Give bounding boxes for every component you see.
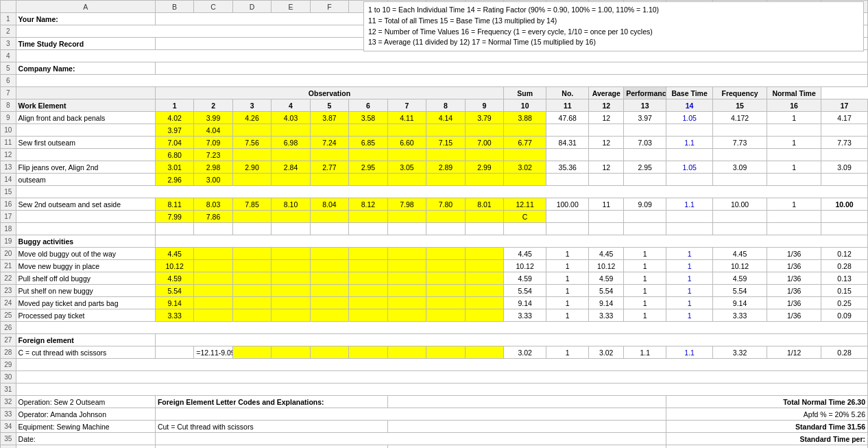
operator-label: Operator: Amanda Johnson — [16, 408, 155, 421]
no-header: No. — [546, 87, 589, 99]
col-e: E — [272, 1, 310, 13]
info-text-4: 13 = Average (11 divided by 12) 17 = Nor… — [368, 38, 596, 46]
info-text-2: 11 = Total of all Times 15 = Base Time (… — [368, 16, 557, 25]
equipment-label: Equipment: Sewing Machine — [16, 421, 155, 433]
row-27: 27 Foreign element — [1, 334, 868, 346]
row-20: 20 Move old buggy out of the way 4.45 4.… — [1, 248, 868, 260]
time-study-label: Time Study Record — [16, 38, 155, 50]
info-box: 1 to 10 = Each Individual Time 14 = Rati… — [363, 1, 864, 51]
row-23: 23 Put shelf on new buggy 5.54 5.54 1 5.… — [1, 285, 868, 297]
row-12: 12 6.80 7.23 — [1, 149, 868, 161]
work-element-16: Sew 2nd outseam and set aside — [16, 198, 155, 211]
row-13: 13 Flip jeans over, Align 2nd 3.01 2.98 … — [1, 161, 868, 174]
row-30: 30 — [1, 371, 868, 384]
row-21: 21 Move new buggy in place 10.12 10.12 1… — [1, 260, 868, 272]
row-29: 29 — [1, 359, 868, 371]
work-element-9: Align front and back penals — [16, 112, 155, 124]
base-time-header: Base Time — [666, 87, 713, 99]
average-header: Average — [589, 87, 624, 99]
elapsed-label: Elapsed Time: 259.86 seconds — [16, 445, 155, 449]
work-element-11: Sew first outseam — [16, 137, 155, 149]
buggy-activities-label: Buggy activities — [16, 235, 155, 248]
row-4: 4 — [1, 50, 868, 62]
work-element-28: C = cut thread with scissors — [16, 346, 155, 359]
col-f: F — [310, 1, 348, 13]
work-element-23: Put shelf on new buggy — [16, 285, 155, 297]
row-5: 5 Company Name: — [1, 62, 868, 75]
row-24: 24 Moved pay ticket and parts bag 9.14 9… — [1, 297, 868, 309]
work-element-22: Pull shelf off old buggy — [16, 272, 155, 285]
row-7: 7 Observation Sum No. Average Performanc… — [1, 87, 868, 99]
company-name-label: Company Name: — [16, 62, 155, 75]
row-6: 6 — [1, 75, 868, 87]
row-9: 9 Align front and back penals 4.02 3.99 … — [1, 112, 868, 124]
row-28: 28 C = cut thread with scissors =12.11-9… — [1, 346, 868, 359]
col-a: A — [16, 1, 155, 13]
spreadsheet-container: 1 to 10 = Each Individual Time 14 = Rati… — [0, 0, 868, 448]
info-text-3: 12 = Number of Time Values 16 = Frequenc… — [368, 27, 653, 36]
perf-rating-header: Performance Rating — [624, 87, 666, 99]
frequency-header: Frequency — [713, 87, 767, 99]
row-18: 18 — [1, 223, 868, 235]
row-19: 19 Buggy activities — [1, 235, 868, 248]
row-15: 15 — [1, 186, 868, 198]
row-31: 31 — [1, 384, 868, 396]
row-25: 25 Processed pay ticket 3.33 3.33 1 3.33… — [1, 309, 868, 322]
row-35: 35 Date: Standard Time per: — [1, 433, 868, 445]
date-label: Date: — [16, 433, 155, 445]
observation-header: Observation — [155, 87, 503, 99]
work-element-21: Move new buggy in place — [16, 260, 155, 272]
row-14: 14 outseam 2.96 3.00 — [1, 174, 868, 186]
foreign-element-label: Foreign element — [16, 334, 155, 346]
row-22: 22 Pull shelf off old buggy 4.59 4.59 1 … — [1, 272, 868, 285]
work-element-20: Move old buggy out of the way — [16, 248, 155, 260]
main-table: A B C D E F G H I J K L M N O P Q R 1 Yo… — [0, 0, 868, 448]
row-8: 8 Work Element 1 2 3 4 5 6 7 8 9 10 11 1… — [1, 99, 868, 112]
normal-time-header: Normal Time — [767, 87, 821, 99]
row-11: 11 Sew first outseam 7.04 7.09 7.56 6.98… — [1, 137, 868, 149]
row-17: 17 7.99 7.86 C — [1, 211, 868, 223]
work-element-25: Processed pay ticket — [16, 309, 155, 322]
col-b: B — [155, 1, 193, 13]
col-d: D — [232, 1, 271, 13]
row-34: 34 Equipment: Sewing Machine Cut = Cut t… — [1, 421, 868, 433]
row-36: 36 Elapsed Time: 259.86 seconds All time… — [1, 445, 868, 449]
your-name-label: Your Name: — [16, 13, 155, 25]
work-element-24: Moved pay ticket and parts bag — [16, 297, 155, 309]
row-10: 10 3.97 4.04 — [1, 124, 868, 137]
operation-label: Operation: Sew 2 Outseam — [16, 396, 155, 408]
info-text: 1 to 10 = Each Individual Time 14 = Rati… — [368, 5, 659, 14]
sum-header: Sum — [504, 87, 546, 99]
row-33: 33 Operator: Amanda Johnson Apfd % = 20%… — [1, 408, 868, 421]
work-element-header: Work Element — [16, 99, 155, 112]
work-element-13: Flip jeans over, Align 2nd — [16, 161, 155, 174]
row-16: 16 Sew 2nd outseam and set aside 8.11 8.… — [1, 198, 868, 211]
row-32: 32 Operation: Sew 2 Outseam Foreign Elem… — [1, 396, 868, 408]
row-26: 26 — [1, 322, 868, 334]
col-c: C — [194, 1, 232, 13]
